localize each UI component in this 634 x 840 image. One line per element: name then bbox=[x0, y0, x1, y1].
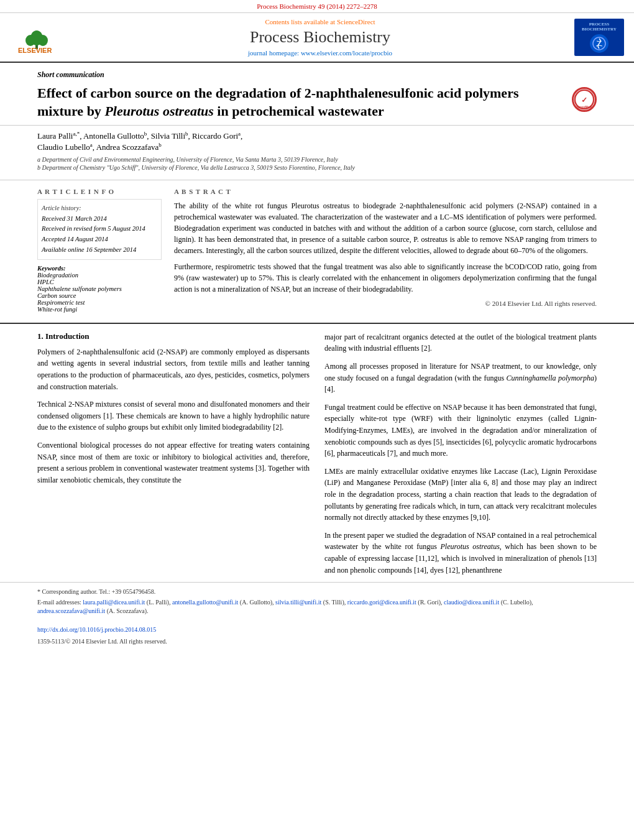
article-info: A R T I C L E I N F O Article history: R… bbox=[37, 188, 162, 313]
body-content: 1. Introduction Polymers of 2-naphthalen… bbox=[0, 323, 634, 582]
body-right-col: major part of recalcitrant organics dete… bbox=[324, 331, 597, 582]
right-para1: major part of recalcitrant organics dete… bbox=[324, 331, 597, 354]
journal-homepage: journal homepage: www.elsevier.com/locat… bbox=[66, 49, 574, 57]
journal-header: ELSEVIER Contents lists available at Sci… bbox=[0, 13, 634, 63]
right-para3: Fungal treatment could be effective on N… bbox=[324, 402, 597, 459]
svg-text:✓: ✓ bbox=[581, 96, 587, 104]
abstract-section: A R T I C L E I N F O Article history: R… bbox=[0, 180, 634, 320]
intro-para2: Technical 2-NSAP mixtures consist of sev… bbox=[37, 399, 310, 433]
intro-section-header: 1. Introduction bbox=[37, 331, 310, 341]
copyright: © 2014 Elsevier Ltd. All rights reserved… bbox=[174, 300, 597, 307]
article-info-title: A R T I C L E I N F O bbox=[37, 188, 162, 195]
article-title: Effect of carbon source on the degradati… bbox=[37, 85, 562, 120]
body-left-col: 1. Introduction Polymers of 2-naphthalen… bbox=[37, 331, 310, 582]
svg-point-3 bbox=[38, 35, 48, 46]
intro-para3: Conventional biological processes do not… bbox=[37, 440, 310, 486]
abstract-text: The ability of the white rot fungus Pleu… bbox=[174, 200, 597, 295]
journal-title: Process Biochemistry bbox=[66, 28, 574, 47]
doi-link[interactable]: http://dx.doi.org/10.1016/j.procbio.2014… bbox=[0, 622, 634, 637]
keywords: Keywords: Biodegradation HPLC Naphthalen… bbox=[37, 265, 162, 313]
right-para2: Among all processes proposed in literatu… bbox=[324, 361, 597, 395]
svg-point-2 bbox=[25, 35, 35, 46]
journal-reference: Process Biochemistry 49 (2014) 2272–2278 bbox=[0, 0, 634, 13]
issn-line: 1359-5113/© 2014 Elsevier Ltd. All right… bbox=[0, 637, 634, 646]
abstract-title: A B S T R A C T bbox=[174, 188, 597, 195]
right-para5: In the present paper we studied the degr… bbox=[324, 530, 597, 576]
svg-text:ELSEVIER: ELSEVIER bbox=[18, 47, 52, 54]
affiliations: a Department of Civil and Environmental … bbox=[37, 156, 597, 171]
abstract: A B S T R A C T The ability of the white… bbox=[174, 188, 597, 313]
author-names: Laura Pallia,*, Antonella Gullottob, Sil… bbox=[37, 131, 597, 152]
email-addresses: E-mail addresses: laura.palli@dicea.unif… bbox=[37, 598, 597, 616]
article-type: Short communication bbox=[37, 70, 597, 80]
intro-para1: Polymers of 2-naphthalensulfonic acid (2… bbox=[37, 346, 310, 392]
authors-section: Laura Pallia,*, Antonella Gullottob, Sil… bbox=[0, 126, 634, 175]
footnotes: * Corresponding author. Tel.: +39 055479… bbox=[0, 582, 634, 622]
journal-logo: PROCESS BIOCHEMISTRY bbox=[574, 19, 624, 56]
journal-title-section: Contents lists available at ScienceDirec… bbox=[66, 18, 574, 57]
right-para4: LMEs are mainly extracellular oxidative … bbox=[324, 466, 597, 524]
article-header: Short communication Effect of carbon sou… bbox=[0, 63, 634, 126]
elsevier-logo: ELSEVIER bbox=[10, 19, 66, 56]
crossmark-badge: ✓ CrossMark bbox=[572, 87, 597, 112]
article-history: Article history: Received 31 March 2014 … bbox=[37, 199, 162, 260]
sciencedirect-link: Contents lists available at ScienceDirec… bbox=[66, 18, 574, 25]
svg-text:CrossMark: CrossMark bbox=[577, 106, 592, 109]
corresponding-author: * Corresponding author. Tel.: +39 055479… bbox=[37, 588, 597, 596]
